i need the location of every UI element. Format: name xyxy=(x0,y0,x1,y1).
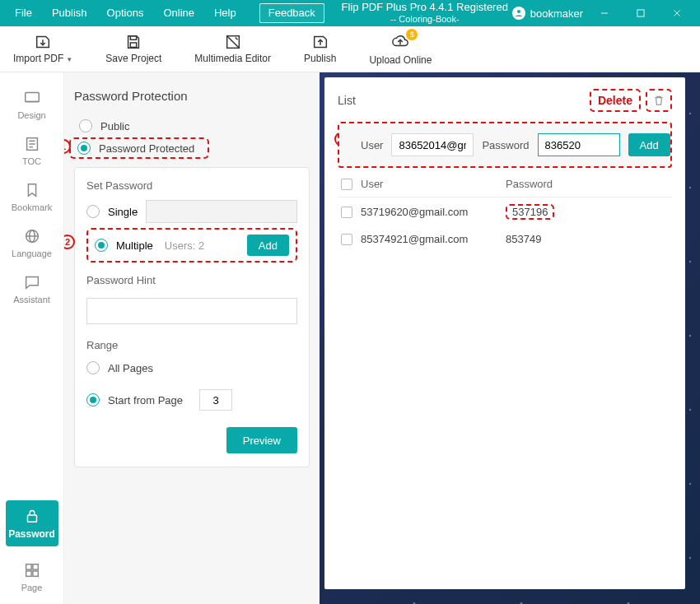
rail-assistant[interactable]: Assistant xyxy=(7,273,57,304)
publish-button[interactable]: Publish xyxy=(304,26,336,72)
menu-publish[interactable]: Publish xyxy=(42,0,97,26)
radio-all-pages[interactable]: All Pages xyxy=(86,358,297,378)
main-toolbar: Import PDF Save Project Multimedia Edito… xyxy=(0,26,700,72)
table-body: 53719620@gmail.com53719685374921@gmail.c… xyxy=(338,197,672,252)
rail-design[interactable]: Design xyxy=(7,89,57,120)
rail-language[interactable]: Language xyxy=(7,227,57,258)
publish-icon xyxy=(311,33,329,51)
svg-point-0 xyxy=(517,10,520,13)
row-password: 853749 xyxy=(506,233,669,245)
title-line1: Flip PDF Plus Pro 4.4.1 Registered xyxy=(338,2,512,13)
publish-label: Publish xyxy=(304,53,336,64)
username-label: bookmaker xyxy=(530,7,583,20)
add-password-input[interactable] xyxy=(538,133,620,156)
save-project-button[interactable]: Save Project xyxy=(105,26,161,72)
col-password-label: Password xyxy=(506,178,669,190)
import-pdf-button[interactable]: Import PDF xyxy=(13,26,72,72)
menu-bar: File Publish Options Online Help Feedbac… xyxy=(0,0,700,26)
rail-page[interactable]: Page xyxy=(7,561,57,592)
table-row[interactable]: 85374921@gmail.com853749 xyxy=(338,226,672,252)
left-rail: Design TOC Bookmark Language Assistant P… xyxy=(0,72,64,604)
single-password-input[interactable] xyxy=(146,200,297,223)
trash-icon xyxy=(652,94,665,107)
title-line2: -- Coloring-Book- xyxy=(338,13,512,25)
menu-options[interactable]: Options xyxy=(97,0,154,26)
radio-icon xyxy=(86,361,100,374)
panel-heading: Password Protection xyxy=(74,89,310,103)
menu-file[interactable]: File xyxy=(5,0,42,26)
user-account[interactable]: bookmaker xyxy=(512,7,583,20)
row-user: 85374921@gmail.com xyxy=(361,233,468,245)
rail-toc[interactable]: TOC xyxy=(7,135,57,166)
row-checkbox[interactable] xyxy=(341,207,352,218)
svg-rect-17 xyxy=(27,515,36,522)
feedback-button[interactable]: Feedback xyxy=(259,3,324,23)
svg-rect-6 xyxy=(131,43,137,47)
col-user-label: User xyxy=(361,178,383,190)
start-page-input[interactable] xyxy=(199,389,232,411)
range-label: Range xyxy=(86,339,297,351)
svg-rect-5 xyxy=(131,36,137,40)
bookmark-icon xyxy=(23,181,41,199)
annotation-2: 2 xyxy=(64,235,75,249)
radio-icon xyxy=(95,239,108,252)
svg-rect-20 xyxy=(26,571,30,576)
table-row[interactable]: 53719620@gmail.com537196 xyxy=(338,197,672,226)
row-checkbox[interactable] xyxy=(341,234,352,245)
trash-button[interactable] xyxy=(646,89,672,112)
window-title: Flip PDF Plus Pro 4.4.1 Registered -- Co… xyxy=(338,2,512,25)
radio-icon xyxy=(79,119,92,132)
preview-background: List Delete 3 User Password Add xyxy=(320,72,700,604)
add-user-button[interactable]: Add xyxy=(628,133,670,156)
radio-icon xyxy=(86,393,100,407)
radio-password-protected[interactable]: Password Protected xyxy=(69,137,209,159)
add-user-input[interactable] xyxy=(391,133,474,156)
add-user-label: User xyxy=(361,139,383,151)
upload-online-label: Upload Online xyxy=(369,54,432,66)
lock-icon xyxy=(23,507,41,525)
password-hint-label: Password Hint xyxy=(86,274,297,286)
svg-rect-18 xyxy=(26,565,30,569)
menu-online[interactable]: Online xyxy=(153,0,204,26)
user-avatar-icon xyxy=(512,7,525,20)
radio-start-from-page[interactable]: Start from Page xyxy=(86,386,297,414)
delete-button[interactable]: Delete xyxy=(590,89,641,112)
window-maximize-button[interactable] xyxy=(623,0,659,26)
add-multiple-button[interactable]: Add xyxy=(247,235,289,256)
svg-rect-19 xyxy=(32,565,37,569)
set-password-subpanel: Set Password Single 2 Multiple Users: 2 … xyxy=(74,167,310,467)
window-minimize-button[interactable] xyxy=(586,0,623,26)
radio-icon xyxy=(86,205,100,218)
upload-online-button[interactable]: $ Upload Online xyxy=(369,26,432,72)
import-icon xyxy=(34,33,52,51)
radio-single[interactable]: Single xyxy=(86,198,297,228)
password-hint-input[interactable] xyxy=(86,298,297,324)
workspace: Design TOC Bookmark Language Assistant P… xyxy=(0,72,700,604)
rail-password[interactable]: Password xyxy=(6,500,58,546)
monitor-icon xyxy=(23,89,41,107)
upload-badge: $ xyxy=(406,29,418,40)
chat-icon xyxy=(23,273,41,291)
radio-public[interactable]: Public xyxy=(74,116,310,136)
select-all-checkbox[interactable] xyxy=(341,179,352,190)
multimedia-editor-label: Multimedia Editor xyxy=(194,53,271,64)
save-project-label: Save Project xyxy=(105,53,161,64)
radio-multiple[interactable]: Multiple Users: 2 Add xyxy=(86,228,297,263)
add-password-label: Password xyxy=(482,139,529,151)
row-password-highlight: 537196 xyxy=(506,204,554,220)
password-settings-panel: Password Protection Public 1 Password Pr… xyxy=(64,72,320,604)
svg-rect-8 xyxy=(25,93,39,102)
window-close-button[interactable] xyxy=(659,0,695,26)
import-pdf-label: Import PDF xyxy=(13,53,72,64)
globe-icon xyxy=(23,227,41,245)
users-count-label: Users: 2 xyxy=(165,239,204,252)
table-header: User Password xyxy=(338,168,672,197)
rail-bookmark[interactable]: Bookmark xyxy=(7,181,57,212)
menu-help[interactable]: Help xyxy=(204,0,246,26)
svg-rect-21 xyxy=(32,571,37,576)
preview-button[interactable]: Preview xyxy=(226,427,297,453)
set-password-label: Set Password xyxy=(86,179,297,192)
list-heading: List xyxy=(338,94,356,107)
multimedia-editor-button[interactable]: Multimedia Editor xyxy=(194,26,271,72)
radio-icon xyxy=(77,142,91,155)
